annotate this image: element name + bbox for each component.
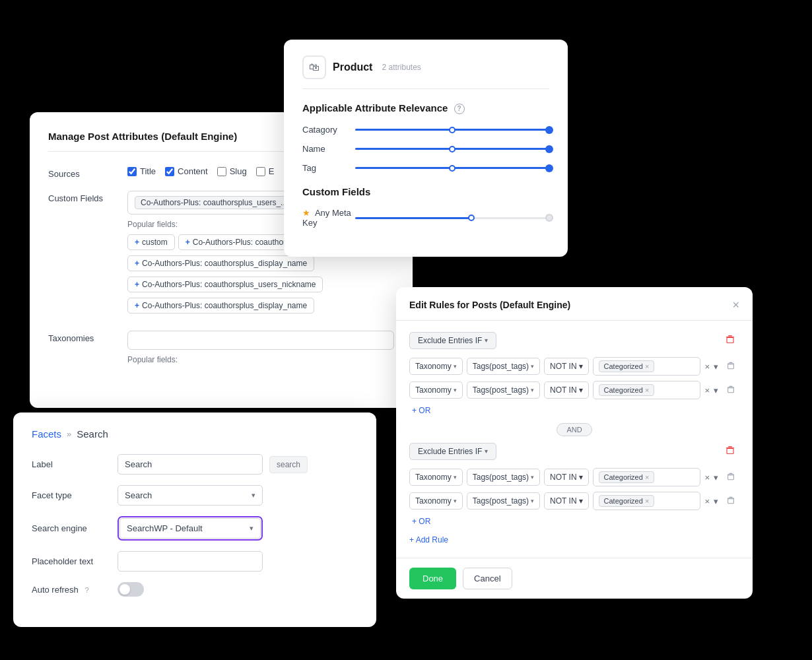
cross-expand-1[interactable]: ×: [704, 362, 710, 372]
cross-expand-4[interactable]: ×: [704, 496, 710, 506]
rules-close-button[interactable]: ×: [732, 299, 739, 311]
tag-chip-categorized-2: Categorized ×: [599, 384, 655, 396]
label-control: search: [118, 454, 358, 475]
taxonomy-input[interactable]: [127, 331, 394, 350]
placeholder-label: Placeholder text: [32, 556, 118, 566]
content-checkbox-input[interactable]: [165, 167, 174, 176]
trash-icon-1: [725, 334, 735, 345]
placeholder-row: Placeholder text: [32, 551, 358, 572]
tag-value-box-1: Categorized ×: [593, 357, 701, 376]
attr-row-tag: Tag: [302, 163, 549, 173]
cross-expand-2[interactable]: ×: [704, 385, 710, 395]
label-input[interactable]: [118, 454, 263, 475]
rule-row-1: Taxonomy ▾ Tags(post_tags) ▾ NOT IN ▾ Ca…: [409, 357, 739, 376]
tag-value-box-4: Categorized ×: [593, 492, 701, 510]
svg-rect-7: [729, 385, 732, 386]
popular-btn-coauthors2[interactable]: + Co-Authors-Plus: coauthorsplus_display…: [127, 255, 314, 271]
not-in-badge-2[interactable]: NOT IN ▾: [544, 381, 588, 399]
svg-rect-17: [728, 498, 734, 503]
rule-col2-4[interactable]: Tags(post_tags) ▾: [467, 492, 540, 510]
search-engine-highlight: SearchWP - Default ▾: [118, 516, 263, 541]
category-slider[interactable]: [355, 129, 549, 131]
cross-expand-3[interactable]: ×: [704, 473, 710, 482]
attr-row-meta-key: ★ Any Meta Key: [302, 208, 549, 228]
trash-btn-1[interactable]: [721, 331, 739, 349]
facet-type-chevron: ▾: [252, 491, 255, 500]
rule-trash-icon-2: [726, 385, 735, 394]
search-engine-select[interactable]: SearchWP - Default ▾: [119, 518, 261, 539]
auto-refresh-toggle[interactable]: [118, 582, 144, 597]
facet-type-label: Facet type: [32, 490, 118, 500]
slug-checkbox-input[interactable]: [217, 167, 226, 176]
not-in-badge-1[interactable]: NOT IN ▾: [544, 358, 588, 375]
e-checkbox-input[interactable]: [256, 167, 265, 176]
popular-btn-custom[interactable]: + custom: [127, 234, 175, 250]
meta-key-slider[interactable]: [355, 217, 549, 219]
done-button[interactable]: Done: [409, 568, 456, 589]
tag-chip-categorized-4: Categorized ×: [599, 495, 655, 507]
facet-type-control: Search ▾: [118, 485, 358, 506]
rule-row-3: Taxonomy ▾ Tags(post_tags) ▾ NOT IN ▾ Ca…: [409, 468, 739, 486]
facet-type-select[interactable]: Search ▾: [118, 485, 263, 506]
rule-col2-2[interactable]: Tags(post_tags) ▾: [467, 381, 540, 399]
exclude-bar-1: Exclude Entries IF ▾: [409, 331, 739, 349]
rule-col1-2[interactable]: Taxonomy ▾: [409, 381, 463, 399]
exclude-entries-btn-2[interactable]: Exclude Entries IF ▾: [409, 443, 496, 460]
or-btn-2[interactable]: + OR: [409, 515, 433, 527]
svg-rect-8: [728, 387, 734, 392]
or-btn-1[interactable]: + OR: [409, 405, 433, 416]
rule-trash-1[interactable]: [722, 358, 739, 375]
svg-rect-4: [729, 362, 732, 362]
search-engine-chevron: ▾: [250, 524, 254, 533]
sources-e-checkbox[interactable]: E: [256, 166, 275, 176]
exclude-entries-btn-1[interactable]: Exclude Entries IF ▾: [409, 332, 496, 349]
chevron-down-expand-4[interactable]: ▾: [714, 496, 718, 506]
sources-content-checkbox[interactable]: Content: [165, 166, 208, 176]
sources-title-checkbox[interactable]: Title: [127, 166, 156, 176]
rule-trash-2[interactable]: [722, 382, 739, 399]
help-icon: ?: [454, 104, 465, 114]
rule-trash-4[interactable]: [722, 493, 739, 510]
rule-trash-icon-1: [726, 361, 735, 370]
not-in-badge-3[interactable]: NOT IN ▾: [544, 469, 588, 486]
rules-body: Exclude Entries IF ▾ Taxonomy ▾ Tags(pos…: [396, 321, 753, 558]
chevron-down-expand-1[interactable]: ▾: [714, 362, 718, 372]
tag-chip-categorized-1: Categorized ×: [599, 360, 655, 372]
rule-col1-4[interactable]: Taxonomy ▾: [409, 492, 463, 510]
rule-trash-3[interactable]: [722, 469, 739, 486]
custom-fields-heading: Custom Fields: [302, 186, 549, 197]
rule-col1-1[interactable]: Taxonomy ▾: [409, 358, 463, 375]
tag-value-box-2: Categorized ×: [593, 381, 701, 399]
name-slider[interactable]: [355, 148, 549, 150]
breadcrumb-current: Search: [77, 428, 108, 440]
star-icon: ★: [302, 208, 310, 218]
rule-col2-3[interactable]: Tags(post_tags) ▾: [467, 469, 540, 486]
chevron-down-expand-3[interactable]: ▾: [714, 473, 718, 482]
applicable-attr-heading: Applicable Attribute Relevance ?: [302, 102, 549, 114]
rule-trash-icon-4: [726, 496, 735, 505]
placeholder-control: [118, 551, 358, 572]
svg-rect-13: [729, 473, 732, 473]
not-in-badge-4[interactable]: NOT IN ▾: [544, 492, 588, 510]
label-preview: search: [269, 456, 308, 473]
attr-row-category: Catagory: [302, 125, 549, 135]
cancel-button[interactable]: Cancel: [463, 568, 512, 589]
title-checkbox-input[interactable]: [127, 167, 137, 176]
rule-col1-3[interactable]: Taxonomy ▾: [409, 469, 463, 486]
svg-rect-5: [728, 364, 734, 368]
svg-rect-1: [728, 335, 732, 337]
popular-btn-coauthors3[interactable]: + Co-Authors-Plus: coauthorsplus_users_n…: [127, 277, 323, 292]
rule-col2-1[interactable]: Tags(post_tags) ▾: [467, 358, 540, 375]
placeholder-input[interactable]: [118, 551, 263, 572]
sources-slug-checkbox[interactable]: Slug: [217, 166, 247, 176]
popular-btn-coauthors4[interactable]: + Co-Authors-Plus: coauthorsplus_display…: [127, 298, 314, 314]
facets-breadcrumb-link[interactable]: Facets: [32, 428, 61, 440]
rule-trash-icon-3: [726, 472, 735, 481]
chevron-down-expand-2[interactable]: ▾: [714, 385, 718, 395]
rules-header: Edit Rules for Posts (Default Engine) ×: [396, 287, 753, 321]
trash-btn-2[interactable]: [721, 442, 739, 460]
tag-slider[interactable]: [355, 167, 549, 169]
facets-search-card: Facets » Search Label search Facet type …: [13, 412, 376, 627]
product-icon: 🛍: [302, 55, 326, 79]
add-rule-button[interactable]: + Add Rule: [409, 533, 448, 547]
